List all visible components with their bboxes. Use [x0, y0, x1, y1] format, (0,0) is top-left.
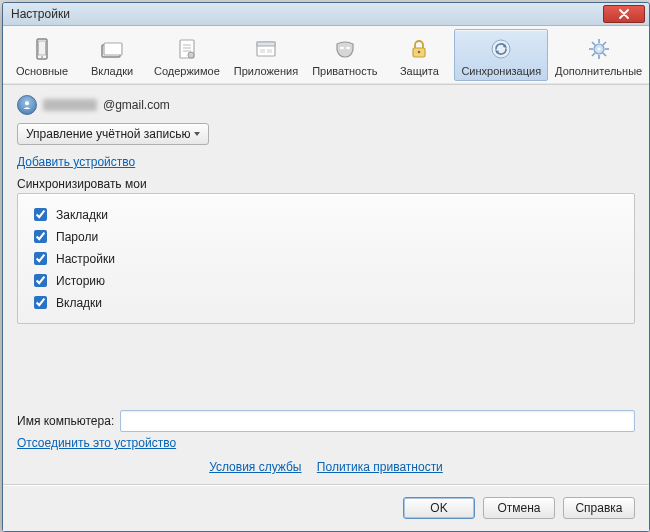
- tab-sync[interactable]: Синхронизация: [454, 29, 548, 81]
- account-line: @gmail.com: [17, 95, 635, 115]
- privacy-link[interactable]: Политика приватности: [317, 460, 443, 474]
- sync-icon: [487, 35, 515, 63]
- svg-rect-1: [39, 41, 46, 55]
- checkbox-bookmarks[interactable]: [34, 208, 47, 221]
- dialog-footer: OK Отмена Справка: [3, 484, 649, 531]
- ok-button[interactable]: OK: [403, 497, 475, 519]
- cancel-button[interactable]: Отмена: [483, 497, 555, 519]
- tab-label: Приватность: [312, 65, 377, 77]
- sync-item-bookmarks: Закладки: [30, 205, 622, 224]
- svg-line-28: [603, 42, 606, 45]
- window-icon: [252, 35, 280, 63]
- sync-items-group: Закладки Пароли Настройки Историю Вкладк…: [17, 193, 635, 324]
- checkbox-label: Закладки: [56, 208, 108, 222]
- svg-point-31: [25, 101, 29, 105]
- tab-general[interactable]: Основные: [7, 29, 77, 81]
- computer-name-input[interactable]: [120, 410, 635, 432]
- svg-point-30: [597, 47, 600, 50]
- sync-item-passwords: Пароли: [30, 227, 622, 246]
- tab-label: Приложения: [234, 65, 298, 77]
- svg-line-29: [592, 53, 595, 56]
- tab-label: Вкладки: [91, 65, 133, 77]
- svg-point-17: [418, 51, 421, 54]
- policy-links: Условия службы Политика приватности: [17, 460, 635, 474]
- unlink-device-link[interactable]: Отсоединить это устройство: [17, 436, 176, 450]
- manage-account-label: Управление учётной записью: [26, 127, 190, 141]
- gear-icon: [585, 35, 613, 63]
- lock-icon: [405, 35, 433, 63]
- svg-point-15: [346, 47, 350, 50]
- svg-rect-11: [257, 42, 275, 46]
- checkbox-settings[interactable]: [34, 252, 47, 265]
- tab-label: Защита: [400, 65, 439, 77]
- cancel-label: Отмена: [497, 501, 540, 515]
- svg-point-18: [492, 40, 510, 58]
- svg-line-26: [592, 42, 595, 45]
- tab-content[interactable]: Содержимое: [147, 29, 227, 81]
- manage-account-button[interactable]: Управление учётной записью: [17, 123, 209, 145]
- svg-point-14: [340, 47, 344, 50]
- window-title: Настройки: [11, 7, 603, 21]
- terms-link[interactable]: Условия службы: [209, 460, 301, 474]
- settings-window: Настройки Основные Вкладки Содержимое: [2, 2, 650, 532]
- svg-rect-12: [260, 49, 265, 53]
- svg-point-9: [188, 52, 194, 58]
- add-device-link[interactable]: Добавить устройство: [17, 155, 135, 169]
- tabs-icon: [98, 35, 126, 63]
- checkbox-label: Историю: [56, 274, 105, 288]
- close-button[interactable]: [603, 5, 645, 23]
- svg-rect-13: [267, 49, 272, 53]
- sync-panel: @gmail.com Управление учётной записью До…: [3, 85, 649, 484]
- checkbox-history[interactable]: [34, 274, 47, 287]
- document-icon: [173, 35, 201, 63]
- phone-icon: [28, 35, 56, 63]
- tab-label: Содержимое: [154, 65, 220, 77]
- tab-apps[interactable]: Приложения: [227, 29, 305, 81]
- tab-label: Дополнительные: [555, 65, 642, 77]
- checkbox-label: Настройки: [56, 252, 115, 266]
- sync-item-tabs: Вкладки: [30, 293, 622, 312]
- svg-rect-4: [104, 43, 122, 55]
- tab-privacy[interactable]: Приватность: [305, 29, 384, 81]
- help-button[interactable]: Справка: [563, 497, 635, 519]
- computer-name-label: Имя компьютера:: [17, 414, 114, 428]
- sync-item-history: Историю: [30, 271, 622, 290]
- titlebar: Настройки: [3, 3, 649, 26]
- tab-label: Основные: [16, 65, 68, 77]
- help-label: Справка: [575, 501, 622, 515]
- email-suffix: @gmail.com: [103, 98, 170, 112]
- computer-name-row: Имя компьютера:: [17, 410, 635, 432]
- svg-point-2: [41, 56, 43, 58]
- category-toolbar: Основные Вкладки Содержимое Приложения П…: [3, 26, 649, 85]
- checkbox-passwords[interactable]: [34, 230, 47, 243]
- svg-line-27: [603, 53, 606, 56]
- tab-tabs[interactable]: Вкладки: [77, 29, 147, 81]
- sync-item-settings: Настройки: [30, 249, 622, 268]
- chevron-down-icon: [194, 132, 200, 136]
- avatar-icon: [17, 95, 37, 115]
- ok-label: OK: [430, 501, 447, 515]
- tab-label: Синхронизация: [461, 65, 541, 77]
- sync-heading: Синхронизировать мои: [17, 177, 635, 191]
- checkbox-label: Пароли: [56, 230, 98, 244]
- mask-icon: [331, 35, 359, 63]
- checkbox-tabs[interactable]: [34, 296, 47, 309]
- checkbox-label: Вкладки: [56, 296, 102, 310]
- close-icon: [619, 9, 629, 19]
- email-user-obscured: [43, 99, 97, 111]
- tab-advanced[interactable]: Дополнительные: [548, 29, 649, 81]
- tab-security[interactable]: Защита: [384, 29, 454, 81]
